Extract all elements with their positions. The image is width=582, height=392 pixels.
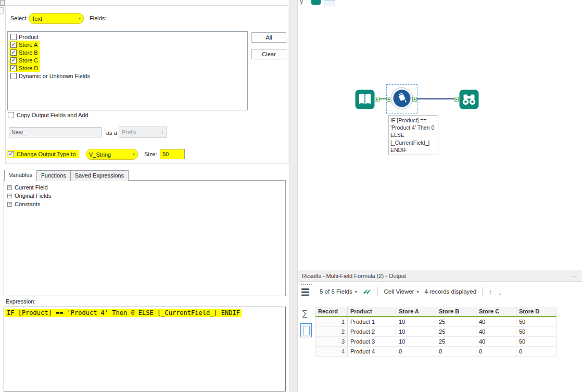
input-anchor[interactable] bbox=[454, 97, 459, 102]
table-row[interactable]: 2 Product 2 10 25 40 50 bbox=[315, 327, 556, 337]
tree-item[interactable]: Current Field bbox=[7, 183, 285, 192]
field-label: Dynamic or Unknown Fields bbox=[19, 73, 90, 79]
field-row[interactable]: Dynamic or Unknown Fields bbox=[8, 72, 247, 80]
arrow-down-icon[interactable]: ↓ bbox=[498, 287, 502, 296]
tree-item[interactable]: Original Fields bbox=[7, 192, 285, 200]
drag-handle[interactable] bbox=[300, 283, 312, 286]
field-checkbox[interactable] bbox=[10, 57, 17, 64]
minimize-icon[interactable]: — bbox=[572, 273, 577, 279]
column-header[interactable]: Store D bbox=[516, 307, 556, 316]
cell: 0 bbox=[436, 347, 476, 356]
tree-item-label: Current Field bbox=[15, 184, 48, 191]
field-row[interactable]: Product bbox=[8, 33, 247, 41]
tab[interactable]: Variables bbox=[4, 170, 37, 181]
cell: 25 bbox=[436, 337, 476, 346]
cell: 50 bbox=[516, 317, 556, 326]
field-checkbox[interactable] bbox=[10, 65, 17, 71]
cell: 25 bbox=[436, 327, 476, 336]
output-type-dropdown[interactable]: V_String ▾ bbox=[86, 149, 138, 160]
field-row[interactable]: Store C bbox=[8, 56, 247, 64]
output-type-value: V_String bbox=[89, 151, 111, 158]
panel-splitter[interactable] bbox=[289, 0, 298, 392]
alteryx-window: Select Text ▾ Fields: Product Store A bbox=[0, 0, 582, 392]
tree-item-label: Constants bbox=[15, 201, 41, 207]
expression-editor[interactable]: IF [Product] == 'Product 4' Then 0 ELSE … bbox=[4, 307, 286, 391]
field-row[interactable]: Store D bbox=[8, 64, 247, 72]
browse-tool[interactable] bbox=[459, 90, 479, 109]
column-header[interactable]: Product bbox=[348, 307, 396, 316]
column-header[interactable]: Record bbox=[315, 307, 348, 316]
tool-annotation[interactable]: IF [Product] == 'Product 4' Then 0 ELSE … bbox=[388, 115, 438, 155]
layout-toggle-icon[interactable] bbox=[301, 288, 311, 297]
field-label: Store C bbox=[19, 57, 38, 64]
metadata-view-icon[interactable]: ∑ bbox=[302, 309, 308, 318]
field-list[interactable]: Product Store A Store B bbox=[7, 31, 248, 110]
record-cell: 3 bbox=[315, 337, 348, 346]
cell: 40 bbox=[476, 317, 516, 326]
expand-plus-icon[interactable] bbox=[7, 185, 12, 190]
multi-field-formula-tool[interactable] bbox=[390, 87, 413, 110]
cell-viewer-label: Cell Viewer bbox=[384, 288, 414, 295]
affix-type-dropdown[interactable]: Prefix ▾ bbox=[119, 127, 167, 138]
tab[interactable]: Functions bbox=[36, 170, 71, 181]
clear-button[interactable]: Clear bbox=[251, 49, 286, 59]
ui-fragment bbox=[324, 0, 335, 6]
results-icon-strip: ∑ bbox=[298, 282, 315, 392]
cell: 50 bbox=[516, 337, 556, 346]
table-row[interactable]: 1 Product 1 10 25 40 50 bbox=[315, 317, 556, 327]
workflow-canvas[interactable]: y bbox=[298, 0, 582, 270]
change-output-label: Change Output Type to bbox=[17, 151, 76, 157]
change-output-row[interactable]: Change Output Type to bbox=[7, 150, 79, 158]
copy-output-checkbox[interactable] bbox=[8, 112, 14, 118]
column-header[interactable]: Store B bbox=[436, 307, 476, 316]
tree-item[interactable]: Constants bbox=[7, 200, 285, 208]
prefix-text-input[interactable]: New_ bbox=[9, 127, 102, 137]
record-cell: 4 bbox=[315, 347, 348, 356]
column-header[interactable]: Store A bbox=[396, 307, 436, 316]
field-label: Store D bbox=[19, 65, 38, 71]
ui-fragment bbox=[0, 0, 5, 6]
cell: 0 bbox=[476, 347, 516, 356]
expand-plus-icon[interactable] bbox=[7, 194, 12, 198]
field-checkbox[interactable] bbox=[10, 42, 17, 48]
change-output-checkbox[interactable] bbox=[8, 151, 14, 157]
copy-output-row[interactable]: Copy Output Fields and Add bbox=[8, 112, 88, 118]
column-header[interactable]: Store C bbox=[476, 307, 516, 316]
field-row[interactable]: Store A bbox=[8, 41, 247, 48]
expression-tab-strip: Variables Functions Saved Expressions bbox=[4, 169, 128, 181]
output-anchor[interactable] bbox=[412, 97, 417, 102]
data-view-icon[interactable] bbox=[300, 323, 312, 337]
all-button[interactable]: All bbox=[251, 32, 286, 43]
ui-fragment bbox=[311, 0, 321, 5]
cell: 0 bbox=[396, 347, 436, 356]
output-anchor[interactable] bbox=[375, 97, 379, 102]
ui-fragment bbox=[0, 7, 4, 14]
table-body: 1 Product 1 10 25 40 50 2 Product 2 10 2… bbox=[315, 317, 556, 357]
cell-viewer-dropdown[interactable]: Cell Viewer ▾ bbox=[384, 288, 419, 295]
table-row[interactable]: 3 Product 3 10 25 40 50 bbox=[315, 337, 556, 347]
arrow-up-icon[interactable]: ↑ bbox=[488, 287, 492, 296]
cell: 10 bbox=[396, 337, 436, 346]
bucket-circle-icon bbox=[390, 87, 413, 110]
field-checkbox[interactable] bbox=[10, 49, 17, 56]
expand-plus-icon[interactable] bbox=[7, 202, 12, 207]
double-check-icon[interactable]: ✓✓ bbox=[363, 288, 372, 296]
field-row[interactable]: Store B bbox=[8, 48, 247, 56]
record-cell: 1 bbox=[315, 317, 348, 326]
cell: 40 bbox=[476, 327, 516, 336]
connection-wire[interactable] bbox=[417, 98, 454, 99]
table-row[interactable]: 4 Product 4 0 0 0 0 bbox=[315, 347, 556, 357]
field-checkbox[interactable] bbox=[10, 34, 17, 40]
size-input[interactable]: 50 bbox=[160, 149, 185, 159]
results-header[interactable]: Results - Multi-Field Formula (2) - Outp… bbox=[298, 270, 582, 282]
toolbar-separator bbox=[482, 287, 483, 296]
field-type-dropdown[interactable]: Text ▾ bbox=[29, 13, 84, 24]
input-data-tool[interactable] bbox=[355, 90, 375, 109]
size-label: Size: bbox=[144, 151, 157, 157]
field-checkbox[interactable] bbox=[10, 73, 17, 79]
tab[interactable]: Saved Expressions bbox=[70, 170, 129, 181]
chevron-down-icon: ▾ bbox=[79, 16, 81, 21]
fields-summary-dropdown[interactable]: 5 of 5 Fields ▾ bbox=[320, 288, 357, 295]
variables-panel[interactable]: Current Field Original Fields Constants bbox=[4, 180, 286, 296]
results-toolbar: 5 of 5 Fields ▾ ✓✓ Cell Viewer ▾ 4 recor… bbox=[320, 286, 502, 297]
